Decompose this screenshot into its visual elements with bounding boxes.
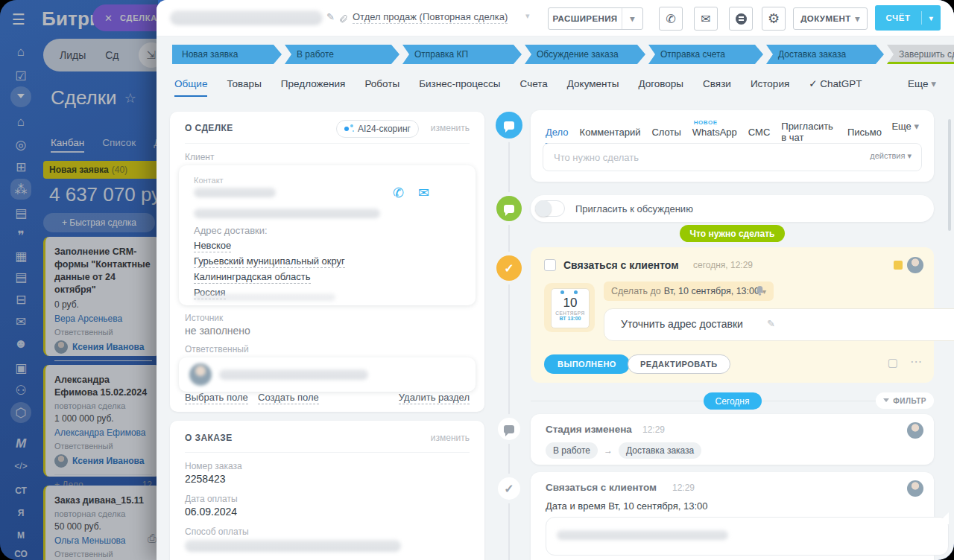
calendar-icon[interactable]: ▦ [10,246,31,267]
tab-deals[interactable]: Сд [105,49,119,61]
task-title[interactable]: Связаться с клиентом [563,259,679,271]
kanban-card[interactable]: Заполнение CRM-формы "Контактные данные … [43,237,161,356]
todo-input[interactable] [543,143,922,171]
deal-title-blurred[interactable] [170,10,323,25]
edit-note-icon[interactable]: ✎ [767,318,775,329]
tab-bp[interactable]: Бизнес-процессы [419,78,500,89]
tab-robots[interactable]: Роботы [364,78,399,89]
marketing-icon[interactable]: M [10,433,31,454]
tab-products[interactable]: Товары [227,78,261,89]
filter-funnel-icon[interactable] [10,86,31,107]
address-line[interactable]: Невское [194,240,231,252]
kanban-card[interactable]: Заказ дивана_15.11 повторная сделка 50 0… [43,486,161,560]
edit-section-link[interactable]: изменить [431,123,470,133]
invite-discussion-row[interactable]: Пригласить к обсуждению [531,195,934,222]
tab-leads[interactable]: Лиды [60,49,86,61]
ttab-whatsapp[interactable]: НОВОЕ WhatsApp [692,127,737,138]
delete-section-link[interactable]: Удалить раздел [399,392,470,404]
stage-new[interactable]: Новая заявка [170,45,282,64]
contact-mail-icon[interactable]: ✉ [418,185,429,201]
ttab-more[interactable]: Еще ▾ [891,121,919,132]
actions-dropdown[interactable]: действия ▾ [870,151,912,161]
task-note-icon[interactable]: ▢ [888,356,898,369]
sidebar-letter-so[interactable]: СО [10,544,31,560]
card-resp-link[interactable]: Ксения Иванова [72,456,144,466]
filter-button[interactable]: ФИЛЬТР [876,392,934,409]
tab-history[interactable]: История [751,78,789,89]
tasks-icon[interactable]: ☑ [10,66,31,86]
print-icon[interactable]: ⎙ [148,532,157,545]
mail-icon[interactable]: ✉ [10,311,31,332]
sidebar-letter-ya[interactable]: Я [10,503,31,524]
terminal-icon[interactable]: ▤ [10,203,31,223]
calendar-widget[interactable]: 10 СЕНТЯБРЯ ВТ 13:00 [544,283,595,332]
tab-general[interactable]: Общие [174,78,207,97]
shop-cart-icon[interactable]: ⊞ [10,156,31,177]
task-checkbox[interactable] [544,259,556,271]
sidebar-letter-m[interactable]: М [10,525,31,546]
ai-scoring-button[interactable]: AI24-скоринг [336,120,419,138]
chat-icon[interactable]: ❞ [10,225,31,246]
contact-call-icon[interactable]: ✆ [393,185,404,201]
stage-invoice[interactable]: Отправка счета [648,45,763,64]
edit-title-icon[interactable]: ✎ [326,11,335,22]
reminder-bell-icon[interactable] [754,285,765,299]
copy-link-icon[interactable] [339,13,348,26]
card-client-link[interactable]: Ольга Меньшова [54,535,152,546]
crm-target-icon[interactable]: ◎ [10,134,31,155]
stage-discussion[interactable]: Обсуждение заказа [525,45,645,64]
task-more-icon[interactable]: ⋯ [910,354,922,369]
view-tab-list[interactable]: Список [102,137,136,153]
tab-chatgpt[interactable]: ✓ ChatGPT [809,77,862,89]
stage-proposal[interactable]: Отправка КП [402,45,522,64]
ttab-activity[interactable]: Дело [546,127,569,144]
chat-button[interactable] [729,7,753,31]
task-due-selector[interactable]: Сделать до Вт, 10 сентября, 13:00 ▾ [604,281,774,301]
contacts-icon[interactable]: ▣ [10,357,31,378]
home-icon[interactable]: ⌂ [10,42,31,63]
view-tab-kanban[interactable]: Канбан [51,137,84,153]
extensions-caret-icon[interactable]: ▾ [622,13,642,24]
address-line[interactable]: Гурьевский муниципальный округ [194,255,345,268]
responsible-widget[interactable] [179,357,476,392]
ttab-slots[interactable]: Слоты [651,127,680,138]
tab-documents[interactable]: Документы [567,78,619,89]
timeline-scrollbar[interactable] [948,119,951,231]
extensions-button[interactable]: РАСШИРЕНИЯ ▾ [548,7,643,30]
tab-invoices[interactable]: Счета [520,78,548,89]
call-button[interactable]: ✆ [659,7,683,31]
today-badge[interactable]: Сегодня [704,392,762,410]
ttab-sms[interactable]: СМС [748,127,770,138]
settings-gear-button[interactable]: ⚙ [762,7,786,31]
invite-toggle[interactable] [535,200,565,217]
card-client-link[interactable]: Александра Ефимова [54,427,152,438]
card-client-link[interactable]: Вера Арсеньева [54,314,152,324]
favorite-star-icon[interactable]: ☆ [124,90,136,106]
market-icon[interactable]: ⌂ [10,112,31,133]
ttab-invite-chat[interactable]: Пригласить в чат [781,121,836,143]
contact-name-blurred[interactable] [194,188,276,197]
code-icon[interactable]: </> [10,456,31,477]
tab-quotes[interactable]: Предложения [281,78,346,89]
kanban-card[interactable]: Александра Ефимова 15.02.2024 повторная … [43,365,161,477]
card-resp-link[interactable]: Ксения Иванова [72,342,144,352]
edit-section-link[interactable]: изменить [431,433,470,443]
quick-deal-button[interactable]: + Быстрая сделка [43,213,155,232]
create-field-link[interactable]: Создать поле [258,392,319,404]
invoice-caret-icon[interactable]: ▾ [922,14,941,22]
automation-icon[interactable]: ⁂ [10,179,31,200]
order-number-value[interactable]: 2258423 [185,473,226,485]
bot-icon[interactable]: ⚇ [10,380,31,401]
documents-icon[interactable]: ▤ [10,267,31,287]
task-note-bubble[interactable]: Уточнить адрес доставки ✎ [604,308,954,341]
tab-links[interactable]: Связи [703,78,731,89]
task-done-button[interactable]: ВЫПОЛНЕНО [544,354,630,374]
menu-icon[interactable]: ☰ [12,10,25,28]
select-field-link[interactable]: Выбрать поле [185,392,248,404]
devices-icon[interactable]: ⊟ [10,289,31,310]
address-line[interactable]: Калининградская область [194,271,311,284]
task-edit-button[interactable]: РЕДАКТИРОВАТЬ [628,354,730,374]
tab-contracts[interactable]: Договоры [638,78,683,89]
payment-date-value[interactable]: 06.09.2024 [185,506,237,518]
kanban-column-header[interactable]: Новая заявка (40) [43,161,165,179]
